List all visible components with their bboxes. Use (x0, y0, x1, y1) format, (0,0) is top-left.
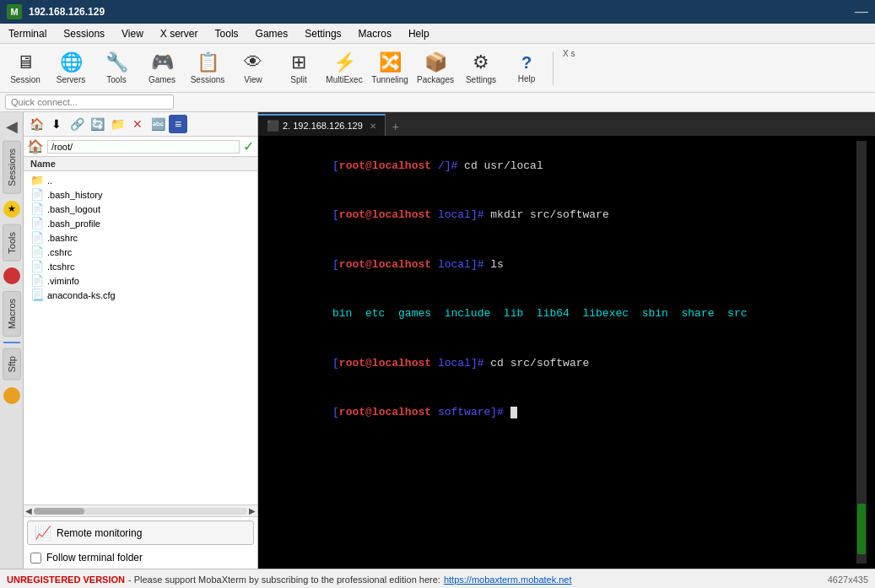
toolbar-split[interactable]: ⊞ Split (277, 46, 321, 90)
sidebar-tab-sftp[interactable]: Sftp (3, 348, 21, 380)
file-download-btn[interactable]: ⬇ (47, 115, 66, 133)
scroll-thumb[interactable] (34, 508, 84, 515)
toolbar-session[interactable]: 🖥 Session (3, 46, 47, 90)
sidebar-tab-macros[interactable]: Macros (3, 291, 21, 337)
file-delete-btn[interactable]: ✕ (128, 115, 147, 133)
file-panel: 🏠 ⬇ 🔗 🔄 📁 ✕ 🔤 ≡ 🏠 ✓ Name 📁 .. 📄 (24, 112, 258, 569)
quickconnect-input[interactable] (5, 94, 174, 110)
terminal-tab-active[interactable]: ⬛ 2. 192.168.126.129 ✕ (258, 114, 386, 136)
quickconnect-bar (0, 93, 875, 112)
app-icon: M (7, 4, 22, 19)
menu-xserver[interactable]: X server (152, 24, 207, 43)
file-home-btn[interactable]: 🏠 (27, 115, 46, 133)
menu-terminal[interactable]: Terminal (0, 24, 55, 43)
menu-settings[interactable]: Settings (296, 24, 349, 43)
scroll-left-btn[interactable]: ◀ (25, 506, 32, 515)
file-toolbar: 🏠 ⬇ 🔗 🔄 📁 ✕ 🔤 ≡ (24, 112, 257, 137)
status-coords: 4627x435 (828, 575, 868, 585)
toolbar-help[interactable]: ? Help (505, 46, 548, 90)
file-list-header: Name (24, 157, 257, 171)
file-panel-bottom: ◀ ▶ 📈 Remote monitoring Follow terminal … (24, 504, 257, 569)
blue-line (3, 342, 20, 343)
toolbar-games[interactable]: 🎮 Games (140, 46, 184, 90)
toolbar-sessions[interactable]: 📋 Sessions (186, 46, 230, 90)
sidebar-tab-tools[interactable]: Tools (3, 224, 21, 262)
menu-games[interactable]: Games (247, 24, 297, 43)
path-confirm-icon[interactable]: ✓ (243, 138, 254, 154)
list-item[interactable]: 📄 .cshrc (24, 245, 257, 259)
titlebar-left: M 192.168.126.129 (7, 4, 105, 19)
scroll-track[interactable] (34, 508, 247, 515)
toolbar-multiexec[interactable]: ⚡ MultiExec (322, 46, 366, 90)
terminal-line: [root@localhost local]# mkdir src/softwa… (267, 191, 856, 240)
menu-sessions[interactable]: Sessions (55, 24, 113, 43)
terminal-area: ⬛ 2. 192.168.126.129 ✕ + [root@localhost… (258, 112, 875, 569)
path-input[interactable] (47, 140, 240, 154)
terminal-scroll-thumb[interactable] (857, 504, 866, 554)
file-icon: 📄 (30, 245, 44, 258)
mobatek-link[interactable]: https://mobaxterm.mobatek.net (444, 575, 572, 585)
terminal-cursor (510, 407, 517, 418)
toolbar: 🖥 Session 🌐 Servers 🔧 Tools 🎮 Games 📋 Se… (0, 44, 875, 93)
remote-monitoring-button[interactable]: 📈 Remote monitoring (27, 521, 254, 545)
list-item[interactable]: 📁 .. (24, 173, 257, 187)
toolbar-tools[interactable]: 🔧 Tools (95, 46, 138, 90)
list-item[interactable]: 📄 .tcshrc (24, 259, 257, 273)
file-newfolder-btn[interactable]: 📁 (108, 115, 127, 133)
file-icon: 📄 (30, 274, 44, 287)
terminal-line: [root@localhost /]# cd usr/local (267, 141, 856, 191)
terminal-output: [root@localhost /]# cd usr/local [root@l… (267, 141, 856, 564)
list-item[interactable]: 📄 .bash_profile (24, 216, 257, 230)
list-item[interactable]: 📃 anaconda-ks.cfg (24, 288, 257, 302)
terminal-line: [root@localhost local]# cd src/software (267, 338, 856, 388)
toolbar-view[interactable]: 👁 View (231, 46, 275, 90)
list-item[interactable]: 📄 .bashrc (24, 230, 257, 245)
follow-terminal-row: Follow terminal folder (24, 548, 257, 569)
file-view-btn[interactable]: ≡ (169, 115, 187, 133)
list-item[interactable]: 📄 .viminfo (24, 273, 257, 288)
terminal-tabs: ⬛ 2. 192.168.126.129 ✕ + (258, 112, 875, 136)
file-list[interactable]: 📁 .. 📄 .bash_history 📄 .bash_logout 📄 .b… (24, 171, 257, 504)
red-indicator (3, 267, 20, 284)
menu-view[interactable]: View (113, 24, 152, 43)
file-rename-btn[interactable]: 🔤 (149, 115, 167, 133)
file-icon: 📄 (30, 217, 44, 229)
titlebar: M 192.168.126.129 — (0, 0, 875, 24)
statusbar: UNREGISTERED VERSION - Please support Mo… (0, 569, 875, 588)
horizontal-scrollbar[interactable]: ◀ ▶ (24, 505, 257, 517)
file-icon: 📄 (30, 202, 44, 215)
terminal-content[interactable]: [root@localhost /]# cd usr/local [root@l… (258, 136, 875, 569)
toolbar-separator (553, 51, 554, 85)
sidebar-tab-sessions[interactable]: Sessions (3, 141, 21, 194)
menu-tools[interactable]: Tools (207, 24, 247, 43)
status-message: - Please support MobaXterm by subscribin… (128, 575, 440, 585)
left-sidebar: ◀ Sessions ★ Tools Macros Sftp (0, 112, 24, 569)
follow-terminal-checkbox[interactable] (30, 553, 41, 564)
terminal-line: [root@localhost local]# ls (267, 240, 856, 289)
minimize-button[interactable]: — (855, 4, 868, 19)
follow-terminal-label[interactable]: Follow terminal folder (46, 552, 143, 564)
terminal-scrollbar[interactable] (856, 141, 867, 564)
toolbar-tunneling[interactable]: 🔀 Tunneling (368, 46, 412, 90)
star-button[interactable]: ★ (3, 201, 20, 218)
new-tab-button[interactable]: + (386, 117, 406, 136)
toolbar-packages[interactable]: 📦 Packages (413, 46, 457, 90)
menu-macros[interactable]: Macros (350, 24, 400, 43)
toolbar-servers[interactable]: 🌐 Servers (49, 46, 93, 90)
menubar: Terminal Sessions View X server Tools Ga… (0, 24, 875, 44)
list-item[interactable]: 📄 .bash_logout (24, 202, 257, 216)
scroll-right-btn[interactable]: ▶ (249, 506, 256, 515)
folder-icon: 📁 (30, 174, 44, 186)
file-upload-btn[interactable]: 🔗 (68, 115, 86, 133)
main-area: ◀ Sessions ★ Tools Macros Sftp 🏠 ⬇ 🔗 🔄 📁… (0, 112, 875, 569)
toolbar-settings[interactable]: ⚙ Settings (459, 46, 503, 90)
menu-help[interactable]: Help (400, 24, 438, 43)
terminal-tab-close[interactable]: ✕ (370, 121, 376, 131)
path-bar: 🏠 ✓ (24, 137, 257, 157)
collapse-button[interactable]: ◀ (4, 116, 19, 138)
file-icon: 📄 (30, 188, 44, 201)
list-item[interactable]: 📄 .bash_history (24, 187, 257, 202)
file-refresh-btn[interactable]: 🔄 (88, 115, 106, 133)
titlebar-title: 192.168.126.129 (29, 6, 105, 18)
file-icon: 📃 (30, 289, 44, 301)
